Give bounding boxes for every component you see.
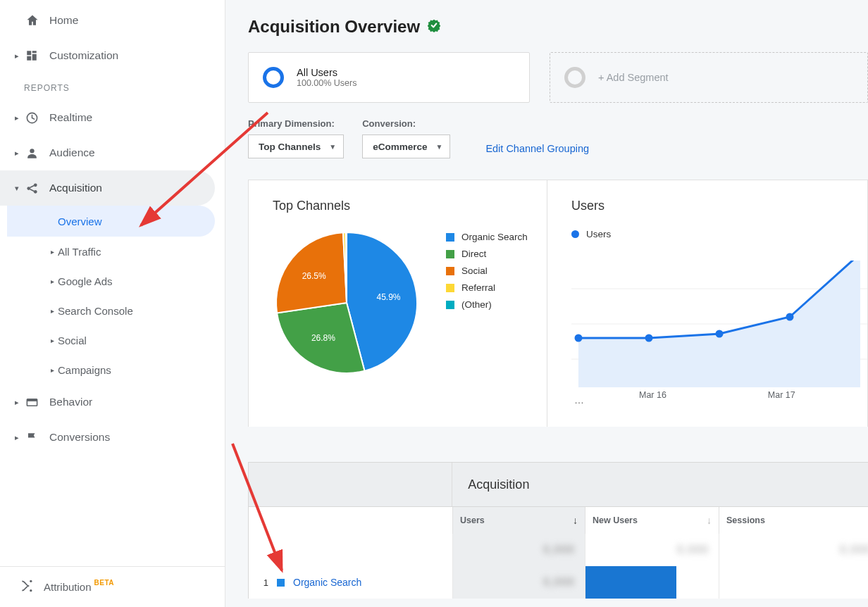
conversion-dropdown[interactable]: eCommerce ▼ (362, 134, 450, 158)
panels-row: Top Channels 45.9%26.8%26.5% Organic Sea… (248, 180, 868, 427)
legend-item[interactable]: Social (446, 263, 528, 280)
svg-point-22 (786, 313, 794, 321)
nav-audience[interactable]: ▸ Audience (0, 135, 225, 170)
caret-icon: ▸ (46, 277, 58, 285)
nav-label: Realtime (49, 111, 225, 124)
legend-label: Organic Search (461, 229, 528, 246)
x-tick: Mar 16 (639, 390, 666, 400)
share-icon (25, 182, 49, 195)
beta-badge: BETA (94, 579, 114, 587)
sub-campaigns[interactable]: ▸ Campaigns (46, 355, 225, 384)
nav-attribution[interactable]: Attribution BETA (0, 566, 225, 607)
color-swatch-icon (446, 284, 454, 292)
color-swatch-icon (277, 579, 285, 587)
caret-icon: ▸ (46, 337, 58, 344)
person-icon (25, 146, 49, 160)
acquisition-submenu: Overview ▸ All Traffic ▸ Google Ads ▸ Se… (0, 206, 225, 384)
nav-acquisition[interactable]: ▾ Acquisition (0, 170, 215, 206)
nav-customization[interactable]: ▸ Customization (0, 38, 225, 73)
x-tick: … (574, 394, 584, 406)
color-swatch-icon (446, 233, 454, 242)
table-row[interactable]: 1 Organic Search 0,000 (248, 566, 868, 599)
sub-label: Social (58, 334, 87, 346)
users-legend: Users (571, 229, 867, 239)
chevron-down-icon: ▼ (329, 143, 336, 151)
svg-point-8 (34, 189, 37, 193)
row-label-link[interactable]: Organic Search (293, 577, 361, 588)
add-segment-button[interactable]: + Add Segment (550, 52, 868, 103)
col-sessions[interactable]: Sessions ↓ (719, 507, 868, 534)
home-icon (25, 13, 49, 27)
redacted-value: 0,000 (543, 576, 575, 589)
col-dimension[interactable] (249, 507, 453, 534)
color-swatch-icon (446, 250, 454, 258)
chevron-down-icon: ▼ (435, 143, 442, 151)
caret-icon: ▸ (13, 398, 21, 407)
col-users[interactable]: Users ↓ (453, 507, 585, 534)
svg-point-11 (30, 580, 32, 582)
flag-icon (25, 431, 49, 444)
segment-circle-icon (564, 67, 585, 88)
legend-label: Referral (461, 280, 495, 296)
nav-realtime[interactable]: ▸ Realtime (0, 100, 225, 135)
svg-point-6 (27, 187, 30, 190)
users-line-chart (571, 261, 867, 387)
dropdown-value: Top Channels (259, 142, 321, 152)
controls-row: Primary Dimension: Top Channels ▼ Conver… (248, 118, 868, 158)
caret-down-icon: ▾ (13, 184, 21, 193)
segment-title: + Add Segment (598, 72, 669, 83)
attribution-icon (20, 579, 44, 595)
control-label: Conversion: (362, 118, 450, 129)
caret-icon: ▸ (46, 366, 58, 374)
segment-all-users[interactable]: All Users 100.00% Users (248, 52, 530, 103)
caret-icon: ▸ (13, 113, 21, 123)
svg-point-12 (30, 589, 32, 592)
behavior-icon (25, 396, 49, 409)
bar-chart-cell (585, 566, 719, 599)
segment-row: All Users 100.00% Users + Add Segment (248, 52, 868, 103)
color-swatch-icon (446, 301, 454, 309)
primary-dimension-dropdown[interactable]: Top Channels ▼ (248, 134, 344, 158)
dropdown-value: eCommerce (373, 142, 427, 152)
customization-icon (25, 49, 49, 62)
sort-desc-icon: ↓ (573, 515, 578, 526)
control-label: Primary Dimension: (248, 118, 344, 129)
x-tick: Mar 17 (768, 390, 795, 400)
nav-label: Behavior (49, 396, 225, 408)
legend-item[interactable]: Referral (446, 280, 528, 296)
svg-point-5 (30, 149, 34, 153)
sub-search-console[interactable]: ▸ Search Console (46, 296, 225, 325)
verified-badge-icon (427, 18, 441, 35)
svg-text:26.8%: 26.8% (311, 333, 335, 343)
col-label: New Users (593, 515, 638, 525)
legend-label: Direct (461, 246, 486, 263)
nav-behavior[interactable]: ▸ Behavior (0, 384, 225, 420)
legend-item[interactable]: Direct (446, 246, 528, 263)
primary-dimension-group: Primary Dimension: Top Channels ▼ (248, 118, 344, 158)
segment-title: All Users (297, 67, 356, 78)
legend-item[interactable]: (Other) (446, 296, 528, 313)
table-group-header: Acquisition (248, 462, 868, 507)
edit-channel-grouping-link[interactable]: Edit Channel Grouping (485, 143, 589, 158)
caret-icon: ▸ (46, 307, 58, 315)
sub-label: Overview (58, 215, 102, 227)
nav-home[interactable]: Home (0, 3, 225, 38)
acquisition-table: Acquisition Users ↓ New Users ↓ Sessions… (248, 462, 868, 599)
segment-text: All Users 100.00% Users (297, 67, 356, 88)
sub-social[interactable]: ▸ Social (46, 325, 225, 355)
nav-label: Attribution (44, 581, 92, 593)
panel-title: Users (571, 199, 867, 213)
sub-google-ads[interactable]: ▸ Google Ads (46, 266, 225, 296)
nav-conversions[interactable]: ▸ Conversions (0, 420, 225, 455)
dot-icon (571, 230, 579, 238)
col-new-users[interactable]: New Users ↓ (585, 507, 719, 534)
sub-all-traffic[interactable]: ▸ All Traffic (46, 237, 225, 266)
svg-point-21 (716, 330, 724, 338)
sub-label: Search Console (58, 305, 133, 317)
users-panel: Users Users … Mar 16 Mar 17 (547, 180, 868, 427)
caret-icon: ▸ (46, 248, 58, 256)
sub-overview[interactable]: Overview (7, 206, 215, 237)
svg-rect-0 (27, 51, 31, 55)
legend-item[interactable]: Organic Search (446, 229, 528, 246)
sub-label: All Traffic (58, 246, 101, 258)
